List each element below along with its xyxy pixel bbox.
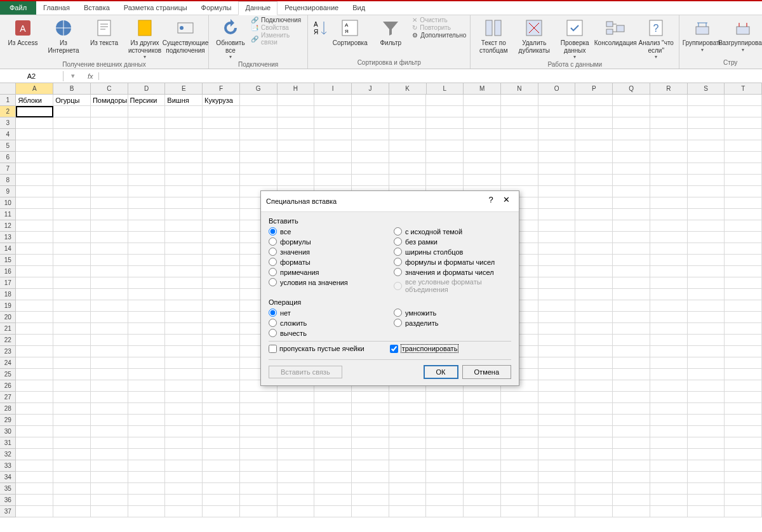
- cell-A28[interactable]: [16, 403, 53, 415]
- cell-O6[interactable]: [538, 152, 576, 163]
- cell-S25[interactable]: [688, 369, 725, 380]
- cell-F16[interactable]: [203, 266, 240, 277]
- cell-D29[interactable]: [128, 415, 166, 426]
- cell-N29[interactable]: [501, 415, 538, 426]
- cell-P32[interactable]: [575, 449, 613, 460]
- cell-R11[interactable]: [650, 209, 688, 220]
- btn-from-web[interactable]: Из Интернета: [44, 17, 83, 55]
- cell-E12[interactable]: [165, 220, 203, 232]
- cell-J36[interactable]: [352, 495, 389, 506]
- cell-T16[interactable]: [725, 266, 762, 277]
- cell-E32[interactable]: [165, 449, 203, 460]
- cell-E23[interactable]: [165, 346, 203, 357]
- cell-F23[interactable]: [203, 346, 240, 357]
- cell-O17[interactable]: [538, 277, 576, 289]
- cell-K27[interactable]: [389, 392, 427, 403]
- cell-Q8[interactable]: [613, 175, 650, 186]
- cell-A27[interactable]: [16, 392, 53, 403]
- cell-C8[interactable]: [91, 175, 128, 186]
- cell-P6[interactable]: [575, 152, 613, 163]
- cell-A20[interactable]: [16, 312, 53, 323]
- cell-M31[interactable]: [464, 437, 501, 449]
- cell-D8[interactable]: [128, 175, 166, 186]
- cell-O5[interactable]: [538, 140, 576, 152]
- cell-D19[interactable]: [128, 300, 166, 312]
- cell-P20[interactable]: [575, 312, 613, 323]
- cell-E35[interactable]: [165, 483, 203, 495]
- cell-L5[interactable]: [426, 140, 464, 152]
- cell-S21[interactable]: [688, 323, 725, 335]
- cell-Q37[interactable]: [613, 506, 650, 517]
- cell-O19[interactable]: [538, 300, 576, 312]
- cell-R34[interactable]: [650, 472, 688, 483]
- cell-F34[interactable]: [203, 472, 240, 483]
- cell-K34[interactable]: [389, 472, 427, 483]
- cell-B1[interactable]: Огурцы: [53, 95, 91, 106]
- cell-A33[interactable]: [16, 460, 53, 472]
- btn-sort-az[interactable]: АЯ: [312, 17, 328, 41]
- row-header-20[interactable]: 20: [0, 312, 16, 323]
- cell-O31[interactable]: [538, 437, 576, 449]
- cell-E21[interactable]: [165, 323, 203, 335]
- cell-J29[interactable]: [352, 415, 389, 426]
- cell-T18[interactable]: [725, 289, 762, 300]
- cell-K8[interactable]: [389, 175, 427, 186]
- radio-op-2[interactable]: вычесть: [269, 329, 386, 337]
- cell-N3[interactable]: [501, 117, 538, 129]
- cell-C35[interactable]: [91, 483, 128, 495]
- cell-S36[interactable]: [688, 495, 725, 506]
- cell-S29[interactable]: [688, 415, 725, 426]
- cell-G31[interactable]: [240, 437, 277, 449]
- cell-T26[interactable]: [725, 380, 762, 392]
- cell-J3[interactable]: [352, 117, 389, 129]
- cell-T4[interactable]: [725, 129, 762, 140]
- cell-B15[interactable]: [53, 255, 91, 266]
- cell-Q7[interactable]: [613, 163, 650, 175]
- cell-J6[interactable]: [352, 152, 389, 163]
- cell-J2[interactable]: [352, 106, 389, 117]
- cell-E2[interactable]: [165, 106, 203, 117]
- cell-R10[interactable]: [650, 197, 688, 209]
- cell-P17[interactable]: [575, 277, 613, 289]
- cell-S9[interactable]: [688, 186, 725, 197]
- cell-S22[interactable]: [688, 335, 725, 346]
- cell-J5[interactable]: [352, 140, 389, 152]
- cell-P9[interactable]: [575, 186, 613, 197]
- col-header-N[interactable]: N: [501, 83, 538, 95]
- cell-D17[interactable]: [128, 277, 166, 289]
- cell-O4[interactable]: [538, 129, 576, 140]
- cell-E7[interactable]: [165, 163, 203, 175]
- btn-remove-dup[interactable]: Удалить дубликаты: [515, 17, 553, 55]
- row-header-31[interactable]: 31: [0, 437, 16, 449]
- cell-C5[interactable]: [91, 140, 128, 152]
- cell-H31[interactable]: [277, 437, 315, 449]
- cell-M1[interactable]: [464, 95, 501, 106]
- cell-J7[interactable]: [352, 163, 389, 175]
- cell-S8[interactable]: [688, 175, 725, 186]
- cell-P37[interactable]: [575, 506, 613, 517]
- cell-O35[interactable]: [538, 483, 576, 495]
- cell-M28[interactable]: [464, 403, 501, 415]
- row-header-18[interactable]: 18: [0, 289, 16, 300]
- cell-M7[interactable]: [464, 163, 501, 175]
- cell-S35[interactable]: [688, 483, 725, 495]
- cell-R20[interactable]: [650, 312, 688, 323]
- cell-C24[interactable]: [91, 357, 128, 369]
- help-button[interactable]: ?: [483, 195, 498, 208]
- cell-Q16[interactable]: [613, 266, 650, 277]
- cell-I2[interactable]: [314, 106, 352, 117]
- cell-R1[interactable]: [650, 95, 688, 106]
- cell-E29[interactable]: [165, 415, 203, 426]
- cell-Q31[interactable]: [613, 437, 650, 449]
- col-header-O[interactable]: O: [538, 83, 576, 95]
- cell-O37[interactable]: [538, 506, 576, 517]
- cell-D34[interactable]: [128, 472, 166, 483]
- cell-N27[interactable]: [501, 392, 538, 403]
- cell-A32[interactable]: [16, 449, 53, 460]
- cell-Q12[interactable]: [613, 220, 650, 232]
- cell-F6[interactable]: [203, 152, 240, 163]
- btn-ungroup[interactable]: Разгруппировать: [724, 17, 762, 54]
- cell-D16[interactable]: [128, 266, 166, 277]
- cell-S1[interactable]: [688, 95, 725, 106]
- cell-T8[interactable]: [725, 175, 762, 186]
